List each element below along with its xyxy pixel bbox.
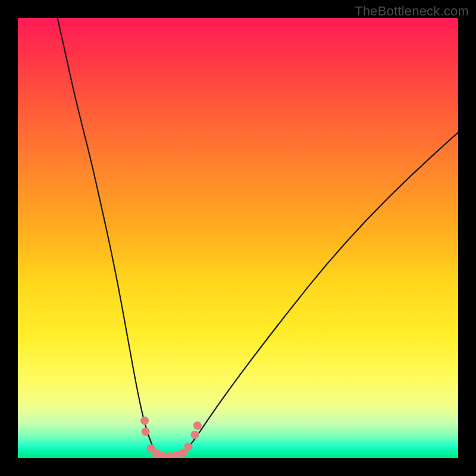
chart-svg [18, 18, 458, 458]
data-marker [193, 421, 202, 430]
data-marker [146, 444, 155, 453]
data-marker [158, 452, 167, 458]
outer-frame: TheBottleneck.com [0, 0, 476, 476]
data-marker [184, 443, 192, 451]
data-marker [142, 428, 150, 436]
data-marker [179, 449, 187, 457]
data-marker [152, 450, 161, 458]
data-marker [190, 431, 199, 439]
marker-group [140, 416, 202, 458]
data-marker [165, 452, 174, 458]
plot-area [18, 18, 458, 458]
data-marker [140, 416, 149, 425]
data-marker [172, 452, 180, 458]
bottleneck-curve [58, 18, 458, 457]
watermark-text: TheBottleneck.com [355, 4, 469, 19]
curve-group [58, 18, 458, 457]
